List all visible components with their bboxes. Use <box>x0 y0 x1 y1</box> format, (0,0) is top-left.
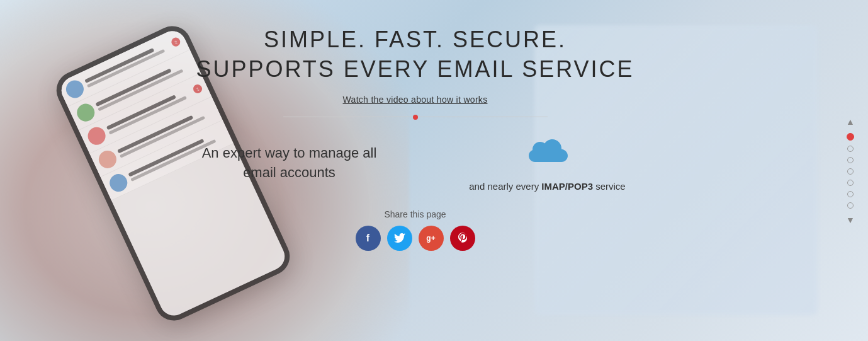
share-label: Share this page <box>384 209 446 219</box>
right-navigation: ▲ ▼ <box>844 115 857 226</box>
imap-prefix: and nearly every <box>469 181 541 192</box>
headline-line2: SUPPORTS EVERY EMAIL SERVICE <box>196 55 634 84</box>
nav-dot-4[interactable] <box>847 168 854 175</box>
nav-dot-2[interactable] <box>847 146 854 152</box>
twitter-button[interactable] <box>387 226 412 251</box>
divider-line-right <box>418 117 548 117</box>
facebook-button[interactable]: f <box>356 226 381 251</box>
middle-section: An expert way to manage all email accoun… <box>195 135 636 192</box>
headline-block: SIMPLE. FAST. SECURE. SUPPORTS EVERY EMA… <box>196 25 634 84</box>
imap-text: and nearly every IMAP/POP3 service <box>469 181 625 192</box>
divider-dot <box>413 115 418 120</box>
headline-line1: SIMPLE. FAST. SECURE. <box>196 25 634 55</box>
nav-dot-1[interactable] <box>847 133 854 141</box>
cloud-icon <box>525 135 570 176</box>
nav-arrow-up[interactable]: ▲ <box>844 115 857 128</box>
nav-dot-6[interactable] <box>847 191 854 197</box>
imap-suffix: service <box>593 181 626 192</box>
left-text-line2: email accounts <box>195 163 384 183</box>
video-link[interactable]: Watch the video about how it works <box>343 95 488 105</box>
nav-arrow-down[interactable]: ▼ <box>844 214 857 226</box>
share-section: Share this page f g+ <box>356 209 475 251</box>
pinterest-button[interactable] <box>450 226 475 251</box>
main-content: SIMPLE. FAST. SECURE. SUPPORTS EVERY EMA… <box>0 0 830 341</box>
nav-dot-7[interactable] <box>847 202 854 209</box>
nav-dot-5[interactable] <box>847 180 854 186</box>
divider-line-left <box>283 117 413 117</box>
divider <box>283 115 548 120</box>
nav-dot-3[interactable] <box>847 157 854 163</box>
left-text-line1: An expert way to manage all <box>195 144 384 163</box>
right-section: and nearly every IMAP/POP3 service <box>459 135 636 192</box>
imap-bold: IMAP/POP3 <box>541 181 593 192</box>
social-buttons-group: f g+ <box>356 226 475 251</box>
left-text-block: An expert way to manage all email accoun… <box>195 144 384 183</box>
google-button[interactable]: g+ <box>419 226 444 251</box>
